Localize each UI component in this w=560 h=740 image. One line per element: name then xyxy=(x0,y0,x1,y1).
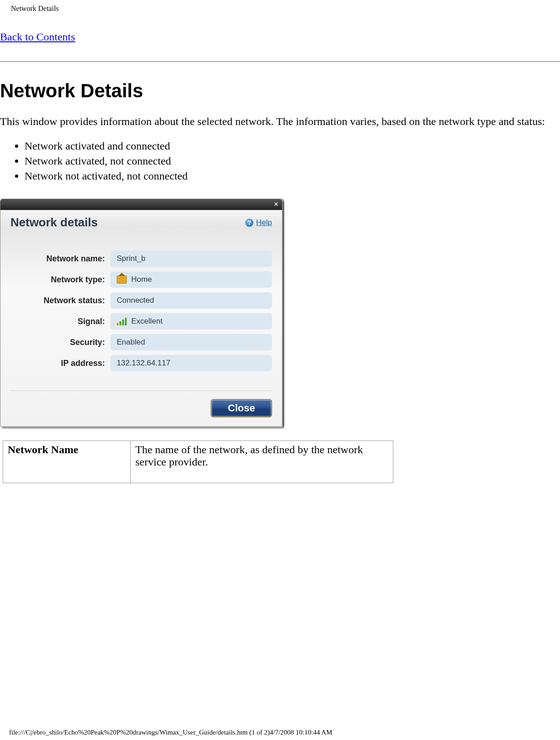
definition-term: Network Name xyxy=(3,441,131,483)
field-signal: Signal: Excellent xyxy=(10,313,272,330)
page-title: Network Details xyxy=(0,80,560,102)
horizontal-rule xyxy=(0,61,560,62)
field-label: Network type: xyxy=(10,275,110,285)
help-icon: ? xyxy=(245,219,253,227)
list-item: Network activated and connected xyxy=(25,140,560,152)
field-network-status: Network status: Connected xyxy=(10,292,272,309)
network-details-dialog: × Network details ? Help Network name: S… xyxy=(0,199,282,427)
definition-table: Network Name The name of the network, as… xyxy=(3,440,393,483)
field-label: Signal: xyxy=(10,317,110,326)
dialog-body: Network name: Sprint_b Network type: Hom… xyxy=(0,233,282,380)
dialog-footer: Close xyxy=(10,390,272,426)
close-icon[interactable]: × xyxy=(273,200,278,208)
dialog-header: Network details ? Help xyxy=(0,210,282,233)
definition-description: The name of the network, as defined by t… xyxy=(131,441,393,483)
field-label: Security: xyxy=(10,338,110,347)
intro-paragraph: This window provides information about t… xyxy=(0,115,545,128)
help-label: Help xyxy=(256,218,272,227)
close-button[interactable]: Close xyxy=(211,399,272,417)
dialog-title: Network details xyxy=(10,215,98,230)
field-ip-address: IP address: 132.132.64.117 xyxy=(10,355,272,371)
field-value: Enabled xyxy=(110,334,272,350)
list-item: Network not activated, not connected xyxy=(25,170,560,182)
field-value: Excellent xyxy=(110,313,272,330)
page-header-title: Network Details xyxy=(0,0,560,13)
field-network-name: Network name: Sprint_b xyxy=(10,250,272,267)
field-value: 132.132.64.117 xyxy=(110,355,272,371)
field-value: Sprint_b xyxy=(110,250,272,267)
back-to-contents-link[interactable]: Back to Contents xyxy=(0,31,75,43)
field-label: Network name: xyxy=(10,254,110,264)
field-network-type: Network type: Home xyxy=(10,271,272,288)
status-types-list: Network activated and connected Network … xyxy=(25,140,560,182)
field-value: Home xyxy=(110,271,272,288)
signal-bars-icon xyxy=(117,317,127,325)
footer-file-path: file:///C|/ebro_shilo/Echo%20Peak%20P%20… xyxy=(9,729,332,736)
field-value: Connected xyxy=(110,292,272,309)
home-icon xyxy=(117,275,127,284)
table-row: Network Name The name of the network, as… xyxy=(3,441,393,483)
dialog-titlebar: × xyxy=(0,199,282,210)
field-label: IP address: xyxy=(10,359,110,368)
field-security: Security: Enabled xyxy=(10,334,272,350)
field-label: Network status: xyxy=(10,296,110,305)
help-link[interactable]: ? Help xyxy=(245,218,272,227)
list-item: Network activated, not connected xyxy=(25,155,560,167)
